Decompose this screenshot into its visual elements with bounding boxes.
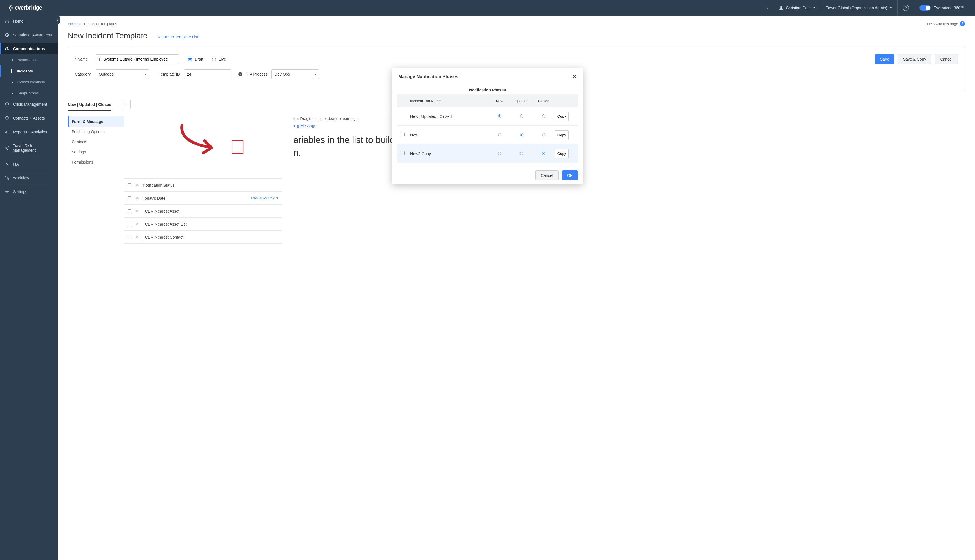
sidebar-item-situational-awareness[interactable]: Situational Awareness: [0, 29, 58, 41]
sidebar-item-label: Settings: [13, 190, 27, 194]
sidebar-item-label: SnapComms: [17, 91, 38, 95]
header-help[interactable]: ?: [897, 0, 914, 15]
phase-radio-updated[interactable]: [520, 152, 523, 155]
variable-checkbox[interactable]: [127, 183, 132, 187]
user-name: Christian Cole: [786, 6, 811, 10]
phase-radio-closed[interactable]: [542, 115, 545, 118]
megaphone-icon: [5, 47, 10, 51]
drag-handle-icon[interactable]: ✥: [135, 209, 139, 213]
phase-radio-updated[interactable]: [520, 133, 523, 137]
copy-button[interactable]: Copy: [555, 130, 569, 140]
sidebar-item-workflow[interactable]: Workflow: [0, 172, 58, 183]
template-id-input[interactable]: [184, 69, 231, 79]
workflow-icon: [5, 176, 10, 180]
sidebar-item-label: Communications: [13, 47, 45, 51]
phase-radio-new[interactable]: [498, 133, 501, 137]
variable-checkbox[interactable]: [127, 196, 132, 200]
drag-handle-icon[interactable]: ✥: [135, 196, 139, 200]
sidebar-item-contacts-assets[interactable]: Contacts + Assets: [0, 113, 58, 124]
phase-radio-closed[interactable]: [542, 152, 545, 155]
save-copy-button[interactable]: Save & Copy: [898, 54, 932, 64]
phase-radio-new[interactable]: [498, 115, 501, 118]
sidebar-item-notifications[interactable]: Notifications: [0, 54, 58, 65]
phase-radio-new[interactable]: [498, 152, 501, 155]
chart-icon: [5, 130, 10, 134]
sidebar-item-travel-risk-management[interactable]: Travel Risk Management: [0, 140, 58, 156]
help-icon: ?: [960, 21, 965, 26]
phase-radio-updated[interactable]: [520, 115, 523, 118]
row-checkbox[interactable]: [401, 151, 404, 155]
draft-radio[interactable]: [188, 58, 192, 61]
clock-icon: [5, 33, 10, 37]
page-help-link[interactable]: Help with this page ?: [927, 21, 965, 26]
section-nav-settings[interactable]: Settings: [68, 147, 124, 157]
section-nav-permissions[interactable]: Permissions: [68, 157, 124, 167]
product-name: Everbridge 360™: [933, 6, 964, 10]
breadcrumb: Incidents > Incident Templates: [68, 22, 117, 26]
section-nav-contacts[interactable]: Contacts: [68, 137, 124, 147]
header-expand-icon[interactable]: »: [761, 0, 774, 15]
svg-point-0: [9, 7, 10, 9]
variable-checkbox[interactable]: [127, 235, 132, 239]
tab-phase[interactable]: New | Updated | Closed: [68, 99, 112, 111]
ita-process-label: ITA Process: [247, 72, 267, 77]
row-checkbox[interactable]: [401, 133, 404, 137]
toggle-switch[interactable]: [920, 5, 931, 11]
product-toggle[interactable]: Everbridge 360™: [914, 0, 969, 15]
copy-button[interactable]: Copy: [555, 149, 569, 158]
section-nav-publishing-options[interactable]: Publishing Options: [68, 127, 124, 137]
sidebar-item-settings[interactable]: Settings: [0, 186, 58, 197]
sidebar-item-communications[interactable]: Communications: [0, 77, 58, 88]
sidebar-item-label: ITA: [13, 162, 19, 167]
sidebar-item-communications[interactable]: Communications: [0, 43, 58, 54]
phases-header: Notification Phases: [397, 85, 578, 95]
brand-icon: [6, 4, 13, 12]
section-nav: Form & MessagePublishing OptionsContacts…: [68, 112, 124, 243]
variable-checkbox[interactable]: [127, 222, 132, 226]
modal-ok-button[interactable]: OK: [562, 170, 578, 180]
category-select[interactable]: Outages ▼: [96, 69, 149, 79]
sidebar-item-crisis-management[interactable]: Crisis Management: [0, 99, 58, 110]
copy-button[interactable]: Copy: [555, 112, 569, 121]
sidebar-item-label: Contacts + Assets: [13, 116, 45, 120]
date-format-select[interactable]: MM-DD-YYYY ▼: [251, 196, 279, 200]
svg-point-1: [780, 6, 782, 8]
sidebar-item-label: Workflow: [13, 176, 29, 180]
ita-process-select[interactable]: Dev Ops ▼: [271, 69, 319, 79]
variable-row: ✥ Today's Date MM-DD-YYYY ▼: [124, 192, 282, 205]
breadcrumb-link[interactable]: Incidents: [68, 22, 82, 26]
sidebar-item-label: Notifications: [17, 58, 38, 62]
brand-text: everbridge: [15, 5, 42, 11]
info-icon[interactable]: i: [238, 72, 243, 77]
ita-icon: [5, 162, 10, 167]
save-button[interactable]: Save: [875, 54, 894, 64]
live-radio[interactable]: [212, 58, 216, 61]
sidebar-item-ita[interactable]: ITA: [0, 158, 58, 170]
message-panel: left. Drag them up or down to rearrange.…: [282, 112, 965, 243]
name-input[interactable]: [96, 54, 179, 64]
modal-cancel-button[interactable]: Cancel: [536, 170, 559, 180]
modal-title: Manage Notification Phases: [398, 74, 458, 79]
sidebar-item-home[interactable]: Home: [0, 15, 58, 27]
cancel-button[interactable]: Cancel: [935, 54, 958, 64]
drag-handle-icon[interactable]: ✥: [135, 235, 139, 239]
variable-checkbox[interactable]: [127, 209, 132, 213]
org-context-menu[interactable]: Tower Global (Organization Admin) ▼: [821, 0, 897, 15]
add-tab-button[interactable]: +: [122, 100, 130, 109]
sidebar-item-incidents[interactable]: Incidents: [0, 65, 58, 77]
section-nav-form-message[interactable]: Form & Message: [68, 117, 124, 127]
return-link[interactable]: Return to Template List: [158, 35, 198, 39]
sidebar-item-label: Crisis Management: [13, 102, 47, 107]
drag-handle-icon[interactable]: ✥: [135, 222, 139, 227]
sidebar-item-reports-analytics[interactable]: Reports + Analytics: [0, 126, 58, 138]
caret-down-icon: ▼: [890, 6, 892, 9]
modal-close-button[interactable]: ✕: [571, 73, 577, 80]
variable-row: ✥ _CEM Nearest Asset: [124, 205, 282, 218]
user-menu[interactable]: Christian Cole ▼: [774, 0, 821, 15]
brand-logo[interactable]: everbridge: [6, 2, 42, 13]
phase-radio-closed[interactable]: [542, 133, 545, 137]
template-id-label: Template ID: [159, 72, 180, 77]
sidebar-item-snapcomms[interactable]: SnapComms: [0, 88, 58, 99]
drag-handle-icon[interactable]: ✥: [135, 183, 139, 188]
svg-point-4: [5, 176, 7, 177]
